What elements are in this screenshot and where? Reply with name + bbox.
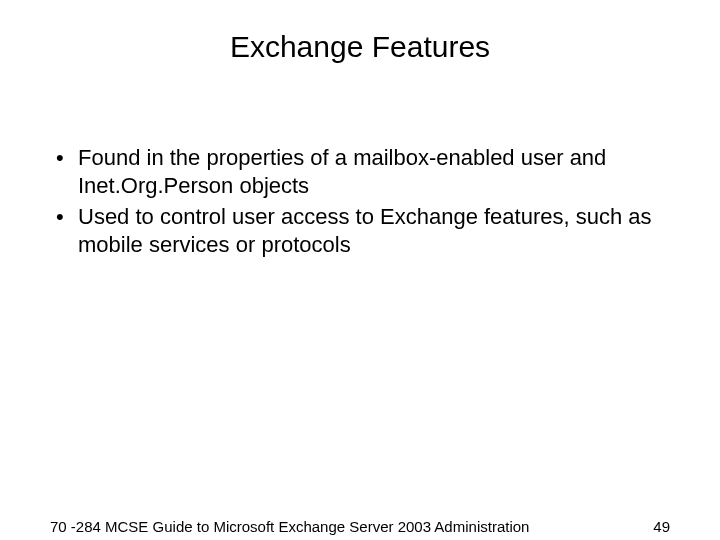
- list-item: Used to control user access to Exchange …: [50, 203, 670, 258]
- footer-text: 70 -284 MCSE Guide to Microsoft Exchange…: [50, 518, 529, 536]
- list-item: Found in the properties of a mailbox-ena…: [50, 144, 670, 199]
- slide-title: Exchange Features: [0, 0, 720, 74]
- page-number: 49: [653, 518, 670, 535]
- slide: Exchange Features Found in the propertie…: [0, 0, 720, 540]
- slide-body: Found in the properties of a mailbox-ena…: [0, 74, 720, 258]
- bullet-list: Found in the properties of a mailbox-ena…: [50, 144, 670, 258]
- slide-footer: 70 -284 MCSE Guide to Microsoft Exchange…: [0, 518, 720, 536]
